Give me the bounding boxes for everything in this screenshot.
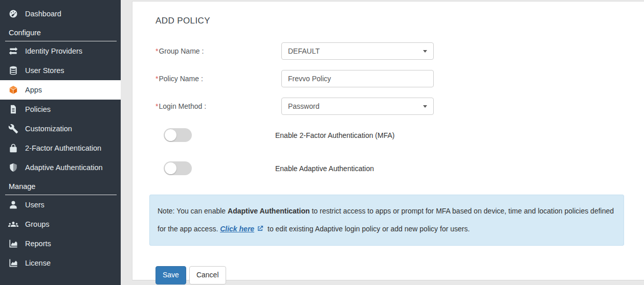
sidebar-item-user-stores[interactable]: User Stores — [0, 61, 121, 80]
lock-icon — [8, 143, 18, 153]
policy-name-label: *Policy Name : — [156, 75, 281, 83]
database-icon — [8, 65, 18, 76]
document-icon — [8, 104, 18, 114]
form-row-policy-name: *Policy Name : — [156, 70, 634, 87]
sidebar-item-label: Apps — [25, 86, 42, 94]
sidebar-item-groups[interactable]: Groups — [0, 215, 121, 234]
external-link-icon — [256, 225, 264, 232]
chevron-down-icon — [423, 105, 427, 108]
group-name-select-value: DEFAULT — [288, 47, 320, 55]
mfa-toggle-label: Enable 2-Factor Authentication (MFA) — [275, 131, 634, 139]
adaptive-toggle-label: Enable Adaptive Authentication — [275, 164, 634, 173]
group-name-select[interactable]: DEFAULT — [281, 42, 434, 60]
sidebar-item-label: Adaptive Authentication — [25, 163, 103, 172]
sidebar-item-label: Customization — [25, 125, 72, 133]
form-row-login-method: *Login Method : Password — [156, 98, 634, 115]
note-text: to edit existing Adaptive login policy o… — [265, 225, 470, 233]
note-text: Note: You can enable — [158, 207, 228, 215]
required-marker: * — [156, 102, 158, 110]
shield-icon — [8, 162, 18, 173]
sidebar-item-label: Identity Providers — [25, 47, 82, 55]
area-chart-icon — [8, 258, 18, 268]
sidebar-item-label: Dashboard — [25, 10, 61, 18]
login-method-label: *Login Method : — [156, 102, 281, 110]
sidebar-item-apps[interactable]: Apps — [0, 80, 121, 100]
sidebar-item-reports[interactable]: Reports — [0, 234, 121, 253]
dashboard-icon — [8, 9, 18, 19]
click-here-link[interactable]: Click here — [220, 225, 254, 233]
required-marker: * — [156, 75, 158, 83]
chevron-down-icon — [423, 50, 427, 53]
policy-name-input[interactable] — [281, 70, 434, 87]
sidebar-item-label: Reports — [25, 240, 51, 248]
form-row-group-name: *Group Name : DEFAULT — [156, 42, 634, 60]
sidebar-item-policies[interactable]: Policies — [0, 100, 121, 119]
sidebar-item-users[interactable]: Users — [0, 195, 121, 215]
page-title: ADD POLICY — [156, 16, 634, 26]
mfa-toggle[interactable] — [164, 128, 192, 142]
group-icon — [8, 219, 18, 229]
sidebar-item-adaptive-auth[interactable]: Adaptive Authentication — [0, 158, 121, 177]
sidebar-item-label: Policies — [25, 105, 51, 113]
sidebar-item-label: Groups — [25, 220, 50, 228]
sidebar-item-identity-providers[interactable]: Identity Providers — [0, 41, 121, 61]
toggle-row-mfa: Enable 2-Factor Authentication (MFA) — [156, 128, 634, 142]
login-method-select[interactable]: Password — [281, 98, 434, 115]
area-chart-icon — [8, 239, 18, 249]
toggle-knob — [165, 162, 176, 174]
toggle-knob — [165, 129, 176, 141]
content-area: ADD POLICY *Group Name : DEFAULT *Policy… — [121, 0, 644, 285]
wrench-icon — [8, 124, 18, 134]
sidebar-section-manage: Manage — [0, 177, 121, 195]
cube-icon — [8, 85, 18, 95]
sidebar: Dashboard Configure Identity Providers U… — [0, 0, 121, 285]
sidebar-item-label: License — [25, 259, 51, 267]
sidebar-item-label: Users — [25, 201, 45, 209]
sidebar-section-configure: Configure — [0, 23, 121, 41]
sidebar-item-customization[interactable]: Customization — [0, 119, 121, 138]
sidebar-item-2fa[interactable]: 2-Factor Authentication — [0, 138, 121, 158]
adaptive-auth-toggle[interactable] — [164, 161, 192, 175]
sidebar-item-label: 2-Factor Authentication — [25, 144, 101, 152]
adaptive-auth-note: Note: You can enable Adaptive Authentica… — [149, 195, 624, 246]
note-bold-text: Adaptive Authentication — [228, 207, 310, 215]
save-button[interactable]: Save — [156, 266, 186, 284]
sidebar-item-dashboard[interactable]: Dashboard — [0, 4, 121, 23]
add-policy-panel: ADD POLICY *Group Name : DEFAULT *Policy… — [132, 1, 644, 280]
cancel-button[interactable]: Cancel — [189, 266, 226, 284]
group-name-label: *Group Name : — [156, 47, 281, 55]
sidebar-item-license[interactable]: License — [0, 253, 121, 273]
sidebar-item-label: User Stores — [25, 66, 64, 75]
toggle-row-adaptive: Enable Adaptive Authentication — [156, 161, 634, 175]
login-method-select-value: Password — [288, 102, 319, 110]
identity-providers-icon — [8, 46, 18, 56]
form-actions: Save Cancel — [156, 266, 634, 284]
required-marker: * — [156, 47, 158, 55]
user-icon — [8, 200, 18, 210]
